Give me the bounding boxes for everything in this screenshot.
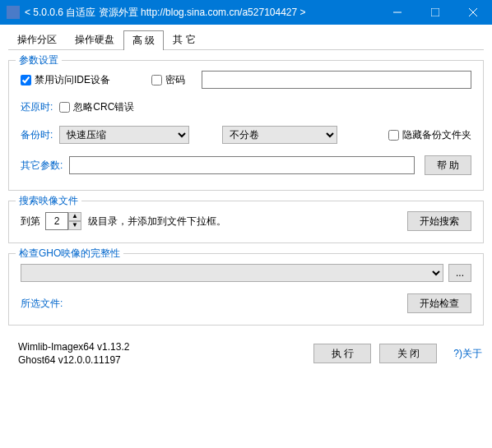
restore-label: 还原时: [21,100,53,114]
ignore-crc-checkbox[interactable]: 忽略CRC错误 [59,100,134,114]
ignore-crc-input[interactable] [59,102,70,113]
help-button[interactable]: 帮 助 [425,155,471,175]
app-icon [7,6,20,19]
tab-bar: 操作分区 操作硬盘 高 级 其 它 [8,30,484,50]
about-link[interactable]: ?)关于 [453,347,482,361]
check-group: 检查GHO映像的完整性 ... 所选文件: 开始检查 [8,253,484,326]
gho-path-select[interactable] [21,264,443,282]
footer: Wimlib-Imagex64 v1.13.2 Ghost64 v12.0.0.… [0,334,492,378]
backup-label: 备份时: [21,128,53,142]
selected-file-label: 所选文件: [21,297,63,311]
password-checkbox[interactable]: 密码 [151,73,185,87]
search-prefix: 到第 [21,215,40,229]
params-title: 参数设置 [16,53,62,67]
hide-folder-label: 隐藏备份文件夹 [402,128,471,142]
tab-partition[interactable]: 操作分区 [8,30,66,49]
other-params-label: 其它参数: [21,159,63,173]
tab-advanced[interactable]: 高 级 [123,30,164,50]
split-select[interactable]: 不分卷 [222,126,337,144]
disable-ide-checkbox[interactable]: 禁用访问IDE设备 [21,73,110,87]
password-input[interactable] [202,71,471,89]
hide-folder-checkbox[interactable]: 隐藏备份文件夹 [388,128,471,142]
ghost-version: Ghost64 v12.0.0.11197 [18,353,305,367]
tab-disk[interactable]: 操作硬盘 [66,30,123,49]
search-title: 搜索映像文件 [16,194,81,208]
params-group: 参数设置 禁用访问IDE设备 密码 还原时: 忽略CRC错误 备份时: 快速压缩 [8,60,484,191]
svg-rect-1 [431,8,439,16]
spinner-up-icon[interactable]: ▲ [68,212,81,221]
ignore-crc-label: 忽略CRC错误 [73,100,134,114]
close-button[interactable] [454,0,492,25]
level-input[interactable] [45,212,68,230]
hide-folder-input[interactable] [388,130,399,141]
wimlib-version: Wimlib-Imagex64 v1.13.2 [18,340,305,353]
other-params-input[interactable] [69,156,414,174]
compress-select[interactable]: 快速压缩 [59,126,189,144]
password-cb-input[interactable] [151,75,162,85]
spinner-down-icon[interactable]: ▼ [68,221,81,230]
disable-ide-input[interactable] [21,75,31,85]
close-app-button[interactable]: 关 闭 [379,344,437,363]
version-info: Wimlib-Imagex64 v1.13.2 Ghost64 v12.0.0.… [18,340,305,367]
browse-button[interactable]: ... [448,264,471,282]
minimize-button[interactable] [378,0,416,25]
run-button[interactable]: 执 行 [313,344,371,363]
password-label: 密码 [165,73,185,87]
start-search-button[interactable]: 开始搜索 [407,211,471,231]
search-suffix: 级目录，并添加到文件下拉框。 [88,215,226,229]
titlebar: < 5.0.0.6 自适应 资源外置 http://blog.sina.com.… [0,0,492,25]
start-check-button[interactable]: 开始检查 [407,293,471,313]
tab-other[interactable]: 其 它 [164,30,204,49]
check-title: 检查GHO映像的完整性 [16,247,123,261]
search-group: 搜索映像文件 到第 ▲ ▼ 级目录，并添加到文件下拉框。 开始搜索 [8,201,484,243]
disable-ide-label: 禁用访问IDE设备 [35,73,110,87]
level-spinner[interactable]: ▲ ▼ [45,212,81,230]
maximize-button[interactable] [416,0,454,25]
window-title: < 5.0.0.6 自适应 资源外置 http://blog.sina.com.… [25,6,378,20]
